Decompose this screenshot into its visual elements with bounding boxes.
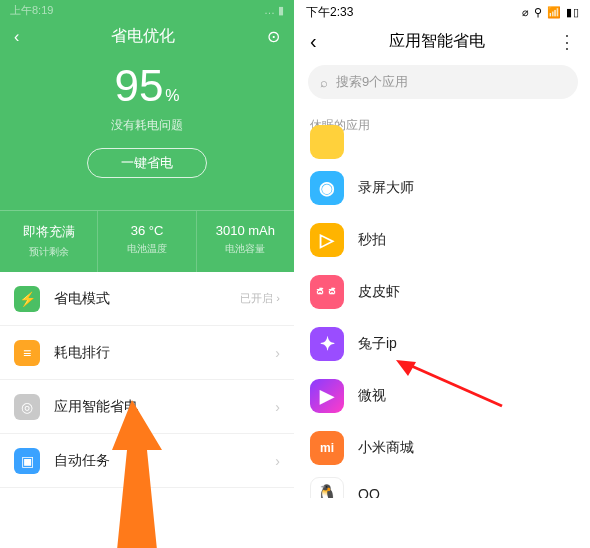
app-icon: mi <box>310 431 344 465</box>
chevron-right-icon: › <box>275 453 280 469</box>
status-bar: 上午8:19 … ▮ <box>0 0 294 20</box>
list-icon: ≡ <box>14 340 40 366</box>
app-row-pipixia[interactable]: ಠಠ 皮皮虾 <box>296 266 590 318</box>
app-row[interactable] <box>296 140 590 162</box>
battery-percent: 95% <box>0 61 294 111</box>
item-auto-tasks[interactable]: ▣ 自动任务 › <box>0 434 294 488</box>
one-key-save-button[interactable]: 一键省电 <box>87 148 207 178</box>
left-screenshot: 上午8:19 … ▮ ‹ 省电优化 ⊙ 95% 没有耗电问题 一键省电 即将充满… <box>0 0 294 548</box>
status-bar: 下午2:33 ⌀ ⚲ 📶 ▮▯ <box>296 0 590 24</box>
settings-icon[interactable]: ⊙ <box>267 27 280 46</box>
more-icon[interactable]: ⋮ <box>558 31 576 53</box>
bolt-icon: ⚡ <box>14 286 40 312</box>
search-placeholder: 搜索9个应用 <box>336 73 408 91</box>
back-icon[interactable]: ‹ <box>310 30 317 53</box>
task-icon: ▣ <box>14 448 40 474</box>
item-power-ranking[interactable]: ≡ 耗电排行 › <box>0 326 294 380</box>
app-row-tuzi-ip[interactable]: ✦ 兔子ip <box>296 318 590 370</box>
status-icons: … ▮ <box>264 4 284 17</box>
page-title: 省电优化 <box>111 26 175 47</box>
item-right-text: 已开启 › <box>240 291 280 306</box>
right-screenshot: 下午2:33 ⌀ ⚲ 📶 ▮▯ ‹ 应用智能省电 ⋮ ⌕ 搜索9个应用 休眠的应… <box>296 0 590 548</box>
stat-remaining: 即将充满预计剩余 <box>0 211 97 272</box>
app-row-weishi[interactable]: ▶ 微视 <box>296 370 590 422</box>
battery-stats: 即将充满预计剩余 36 °C电池温度 3010 mAh电池容量 <box>0 210 294 272</box>
app-row-xiaomi-mall[interactable]: mi 小米商城 <box>296 422 590 474</box>
stat-temp: 36 °C电池温度 <box>97 211 195 272</box>
app-row-luping[interactable]: ◉ 录屏大师 <box>296 162 590 214</box>
status-icons: ⌀ ⚲ 📶 ▮▯ <box>522 6 580 19</box>
app-icon: 🐧 <box>310 477 344 498</box>
stat-capacity: 3010 mAh电池容量 <box>196 211 294 272</box>
search-input[interactable]: ⌕ 搜索9个应用 <box>308 65 578 99</box>
percent-unit: % <box>165 87 179 104</box>
item-power-save-mode[interactable]: ⚡ 省电模式 已开启 › <box>0 272 294 326</box>
battery-hero: 上午8:19 … ▮ ‹ 省电优化 ⊙ 95% 没有耗电问题 一键省电 即将充满… <box>0 0 294 272</box>
battery-subtext: 没有耗电问题 <box>0 117 294 134</box>
app-row-qq[interactable]: 🐧 QQ <box>296 474 590 498</box>
app-row-miaopai[interactable]: ▷ 秒拍 <box>296 214 590 266</box>
status-time: 上午8:19 <box>10 3 53 18</box>
app-icon: ▷ <box>310 223 344 257</box>
target-icon: ◎ <box>14 394 40 420</box>
chevron-right-icon: › <box>275 345 280 361</box>
settings-list: ⚡ 省电模式 已开启 › ≡ 耗电排行 › ◎ 应用智能省电 › ▣ 自动任务 … <box>0 272 294 488</box>
search-icon: ⌕ <box>320 75 328 90</box>
app-icon <box>310 125 344 159</box>
app-icon: ▶ <box>310 379 344 413</box>
app-icon: ✦ <box>310 327 344 361</box>
app-icon: ◉ <box>310 171 344 205</box>
back-icon[interactable]: ‹ <box>14 28 19 46</box>
status-time: 下午2:33 <box>306 4 353 21</box>
app-icon: ಠಠ <box>310 275 344 309</box>
chevron-right-icon: › <box>275 399 280 415</box>
item-app-smart-save[interactable]: ◎ 应用智能省电 › <box>0 380 294 434</box>
percent-value: 95 <box>114 61 163 110</box>
page-title: 应用智能省电 <box>389 31 485 52</box>
